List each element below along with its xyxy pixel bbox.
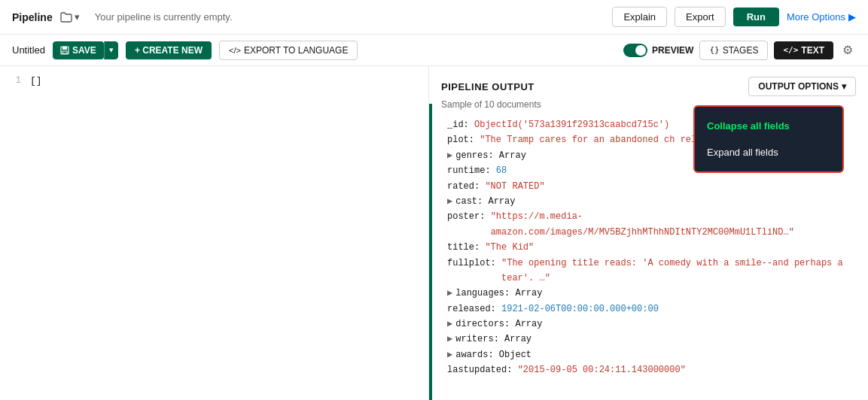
field-cast: ▶ cast: Array [441, 194, 856, 209]
export-lang-icon: </> [229, 46, 241, 55]
field-id-val: ObjectId('573a1391f29313caabcd715c') [474, 117, 669, 132]
folder-button[interactable]: ▾ [60, 11, 80, 23]
field-cast-key: cast: [455, 194, 483, 209]
preview-label: PREVIEW [652, 45, 693, 56]
field-directors: ▶ directors: Array [441, 317, 856, 332]
more-options-button[interactable]: More Options ▶ [787, 11, 856, 23]
output-title: PIPELINE OUTPUT [441, 81, 535, 92]
text-btn-icon: </> [783, 45, 798, 55]
output-header: PIPELINE OUTPUT OUTPUT OPTIONS ▾ Collaps… [441, 77, 856, 96]
field-genres-val: Array [499, 148, 526, 163]
top-bar: Pipeline ▾ Your pipeline is currently em… [0, 0, 868, 35]
more-options-arrow: ▶ [848, 11, 856, 23]
green-accent-bar [429, 104, 432, 400]
field-title-key: title: [447, 240, 480, 255]
field-title: title: "The Kid" [441, 240, 856, 255]
field-title-val: "The Kid" [485, 240, 534, 255]
field-writers-val: Array [504, 332, 531, 347]
field-poster-val: "https://m.media-amazon.com/images/M/MV5… [491, 209, 856, 240]
settings-button[interactable]: ⚙ [839, 40, 856, 60]
second-toolbar: Untitled SAVE ▾ + CREATE NEW </> EXPORT … [0, 35, 868, 66]
explain-button[interactable]: Explain [612, 7, 667, 27]
directors-expand-arrow[interactable]: ▶ [447, 317, 452, 332]
field-lastupdated: lastupdated: "2015-09-05 00:24:11.143000… [441, 362, 856, 377]
awards-expand-arrow[interactable]: ▶ [447, 347, 452, 362]
field-fullplot-val: "The opening title reads: 'A comedy with… [501, 256, 856, 286]
field-plot-key: plot: [447, 132, 474, 147]
genres-expand-arrow[interactable]: ▶ [447, 148, 452, 163]
save-group: SAVE ▾ [53, 41, 118, 59]
document-title: Untitled [12, 44, 45, 56]
svg-rect-2 [62, 51, 67, 53]
save-icon [60, 46, 69, 55]
main-content: 1 [] PIPELINE OUTPUT OUTPUT OPTIONS ▾ Co… [0, 66, 868, 400]
field-directors-val: Array [515, 317, 542, 332]
writers-expand-arrow[interactable]: ▶ [447, 332, 452, 347]
output-options-caret: ▾ [842, 81, 846, 92]
save-button[interactable]: SAVE [53, 41, 104, 59]
field-rated-val: "NOT RATED" [485, 179, 544, 194]
field-fullplot-key: fullplot: [447, 256, 496, 271]
field-id-key: _id: [447, 117, 469, 132]
field-lastupdated-val: "2015-09-05 00:24:11.143000000" [518, 362, 686, 377]
collapse-all-fields-item[interactable]: Collapse all fields [695, 113, 842, 139]
field-writers-key: writers: [455, 332, 499, 347]
preview-toggle[interactable] [623, 44, 647, 57]
field-awards-val: Object [499, 347, 531, 362]
field-awards: ▶ awards: Object [441, 347, 856, 362]
preview-toggle-group: PREVIEW [623, 44, 693, 57]
editor-line-1: 1 [] [0, 74, 428, 88]
run-button[interactable]: Run [733, 8, 779, 26]
save-dropdown-button[interactable]: ▾ [104, 41, 118, 59]
languages-expand-arrow[interactable]: ▶ [447, 286, 452, 301]
output-options-button[interactable]: OUTPUT OPTIONS ▾ [748, 77, 856, 96]
field-genres-key: genres: [455, 148, 493, 163]
field-writers: ▶ writers: Array [441, 332, 856, 347]
field-fullplot: fullplot: "The opening title reads: 'A c… [441, 256, 856, 286]
field-languages-key: languages: [455, 286, 510, 301]
expand-all-fields-item[interactable]: Expand all fields [695, 139, 842, 165]
field-rated: rated: "NOT RATED" [441, 179, 856, 194]
field-released-key: released: [447, 302, 496, 317]
output-options-container: OUTPUT OPTIONS ▾ Collapse all fields Exp… [748, 77, 856, 96]
folder-icon [60, 12, 72, 23]
field-rated-key: rated: [447, 179, 480, 194]
cast-expand-arrow[interactable]: ▶ [447, 194, 452, 209]
svg-rect-1 [62, 47, 67, 50]
field-awards-key: awards: [455, 347, 493, 362]
stages-button[interactable]: {} STAGES [699, 41, 768, 60]
field-poster-key: poster: [447, 209, 485, 224]
field-languages-val: Array [515, 286, 542, 301]
field-directors-key: directors: [455, 317, 510, 332]
pipeline-empty-message: Your pipeline is currently empty. [95, 11, 605, 23]
field-released-val: 1921-02-06T00:00:00.000+00:00 [501, 302, 659, 317]
text-button[interactable]: </> TEXT [774, 41, 833, 59]
line-code-1: [] [30, 75, 42, 86]
folder-caret: ▾ [75, 11, 80, 23]
field-languages: ▶ languages: Array [441, 286, 856, 301]
export-language-button[interactable]: </> EXPORT TO LANGUAGE [219, 41, 358, 60]
field-runtime-key: runtime: [447, 163, 491, 178]
pipeline-title: Pipeline [12, 11, 53, 23]
line-number-1: 1 [9, 75, 21, 86]
stages-icon: {} [709, 45, 719, 55]
create-new-button[interactable]: + CREATE NEW [126, 41, 212, 59]
field-poster: poster: "https://m.media-amazon.com/imag… [441, 209, 856, 240]
field-cast-val: Array [488, 194, 515, 209]
field-runtime-val: 68 [496, 163, 507, 178]
editor-pane[interactable]: 1 [] [0, 66, 429, 400]
field-lastupdated-key: lastupdated: [447, 362, 512, 377]
output-options-dropdown: Collapse all fields Expand all fields [693, 105, 844, 173]
export-button[interactable]: Export [675, 7, 726, 27]
toggle-thumb [635, 45, 646, 56]
toolbar-right: PREVIEW {} STAGES </> TEXT ⚙ [623, 40, 856, 60]
field-released: released: 1921-02-06T00:00:00.000+00:00 [441, 302, 856, 317]
output-pane: PIPELINE OUTPUT OUTPUT OPTIONS ▾ Collaps… [429, 66, 868, 400]
